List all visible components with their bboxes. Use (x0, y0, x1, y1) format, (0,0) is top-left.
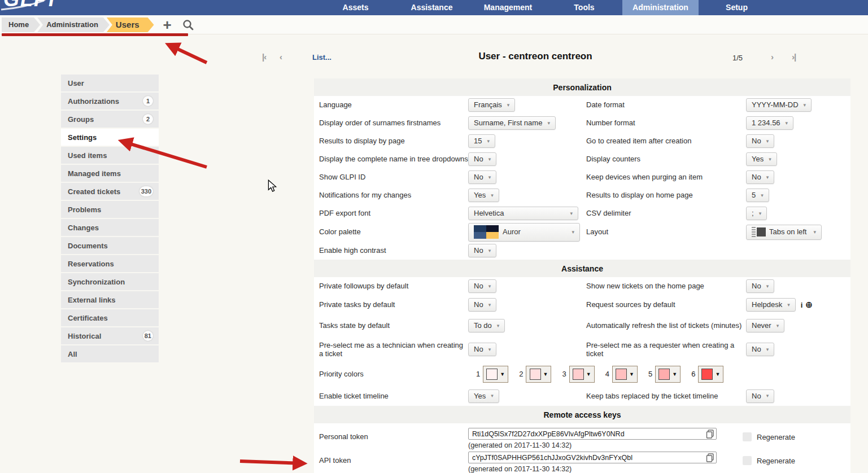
language-select[interactable]: Français▾ (468, 98, 515, 112)
auto-refresh-select[interactable]: Never▾ (746, 319, 784, 332)
preselect-requester-select[interactable]: No▾ (746, 343, 774, 356)
chevron-down-icon: ▾ (507, 102, 510, 108)
sidebar-item-used-items[interactable]: Used items (61, 147, 159, 164)
display-counters-select[interactable]: Yes▾ (746, 152, 777, 166)
name-order-select[interactable]: Surname, First name▾ (468, 116, 556, 130)
private-tasks-select[interactable]: No▾ (468, 298, 496, 312)
search-icon[interactable] (182, 19, 194, 31)
menu-management[interactable]: Management (470, 0, 546, 15)
preselect-technician-select[interactable]: No▾ (468, 343, 496, 356)
request-sources-select[interactable]: Helpdesk▾ (746, 298, 796, 312)
sidebar-item-documents[interactable]: Documents (61, 237, 159, 254)
sidebar-item-groups[interactable]: Groups2 (61, 111, 159, 128)
field-label-display-counters: Display counters (586, 155, 746, 163)
pager-position: 1/5 (732, 54, 743, 62)
keep-tabs-select[interactable]: No▾ (746, 389, 774, 403)
sidebar-item-historical[interactable]: Historical81 (61, 327, 159, 344)
add-icon[interactable]: + (163, 17, 172, 32)
chevron-down-icon: ▾ (759, 211, 762, 216)
copy-icon[interactable] (706, 430, 714, 441)
menu-assets[interactable]: Assets (317, 0, 394, 15)
date-format-select[interactable]: YYYY-MM-DD▾ (746, 98, 812, 112)
pdf-font-select[interactable]: Helvetica▾ (468, 207, 578, 220)
sidebar-item-external-links[interactable]: External links (61, 291, 159, 308)
pager-prev-button[interactable]: ‹ (280, 52, 282, 62)
sidebar-item-user[interactable]: User (61, 75, 159, 91)
pager-next-button[interactable]: › (771, 52, 773, 62)
sidebar-item-certificates[interactable]: Certificates (61, 309, 159, 326)
priority-1-color-select[interactable]: ▼ (483, 366, 508, 383)
priority-5-color-select[interactable]: ▼ (655, 366, 681, 383)
priority-6-color-select[interactable]: ▼ (698, 366, 723, 383)
priority-2-color-select[interactable]: ▼ (526, 366, 551, 383)
chevron-down-icon: ▾ (766, 174, 769, 180)
tabs-on-left-icon (752, 227, 766, 237)
chevron-down-icon: ▾ (769, 156, 771, 162)
pager-first-button[interactable]: |‹ (262, 52, 266, 62)
new-tickets-home-select[interactable]: No▾ (746, 279, 774, 293)
field-label-results-per-page: Results to display by page (314, 137, 468, 145)
info-icon[interactable]: i (801, 301, 803, 309)
breadcrumb: Home Administration Users + (2, 17, 194, 32)
results-per-page-select[interactable]: 15▾ (468, 134, 495, 148)
layout-select[interactable]: Tabs on left ▾ (746, 225, 822, 240)
content-area: |‹ ‹ List... User - centreon centreon 1/… (0, 34, 868, 473)
breadcrumb-home[interactable]: Home (2, 17, 40, 32)
breadcrumb-users[interactable]: Users (107, 17, 154, 32)
add-source-icon[interactable]: ⊕ (805, 300, 813, 310)
api-token-generated: (generated on 2017-11-30 14:32) (468, 465, 746, 473)
number-format-select[interactable]: 1 234.56▾ (746, 116, 793, 130)
sidebar-item-settings[interactable]: Settings (61, 129, 159, 146)
sidebar-item-changes[interactable]: Changes (61, 219, 159, 236)
count-badge: 330 (139, 186, 153, 196)
breadcrumb-administration[interactable]: Administration (37, 17, 110, 32)
breadcrumb-bar: Home Administration Users + (0, 15, 868, 34)
chevron-down-icon: ▾ (804, 102, 806, 108)
keep-devices-select[interactable]: No▾ (746, 170, 774, 184)
settings-form: Personalization LanguageFrançais▾Date fo… (314, 78, 850, 473)
menu-setup[interactable]: Setup (699, 0, 775, 15)
field-label-ticket-timeline: Enable ticket timeline (314, 392, 468, 400)
results-home-select[interactable]: 5▾ (746, 189, 769, 202)
chevron-down-icon: ▾ (491, 393, 494, 398)
copy-icon[interactable] (706, 453, 714, 465)
chevron-down-icon: ▾ (777, 323, 779, 329)
sidebar-item-created-tickets[interactable]: Created tickets330 (61, 183, 159, 200)
chevron-down-icon: ▾ (761, 192, 764, 198)
show-glpi-id-select[interactable]: No▾ (468, 170, 496, 184)
menu-tools[interactable]: Tools (546, 0, 622, 15)
field-label-tree-dropdowns: Display the complete name in tree dropdo… (314, 155, 468, 163)
list-link[interactable]: List... (312, 53, 332, 62)
tree-dropdowns-select[interactable]: No▾ (468, 152, 496, 166)
menu-administration[interactable]: Administration (622, 0, 699, 15)
field-label-private-tasks: Private tasks by default (314, 300, 468, 309)
field-label-language: Language (314, 100, 468, 109)
sidebar-item-all[interactable]: All (61, 345, 159, 362)
menu-assistance[interactable]: Assistance (394, 0, 470, 15)
sidebar-item-reservations[interactable]: Reservations (61, 255, 159, 272)
private-followups-select[interactable]: No▾ (468, 279, 496, 293)
go-to-created-select[interactable]: No▾ (746, 134, 774, 148)
field-label-preselect-technician: Pre-select me as a technician when creat… (314, 341, 468, 358)
csv-delimiter-select[interactable]: ;▾ (746, 207, 767, 220)
high-contrast-select[interactable]: No▾ (468, 244, 496, 257)
field-label-go-to-created: Go to created item after creation (586, 137, 746, 145)
api-token-input[interactable] (468, 452, 717, 463)
ticket-timeline-select[interactable]: Yes▾ (468, 389, 499, 403)
priority-3-color-select[interactable]: ▼ (569, 366, 595, 383)
chevron-down-icon: ▾ (813, 229, 816, 235)
color-palette-select[interactable]: Auror ▾ (468, 223, 580, 242)
sidebar-item-managed-items[interactable]: Managed items (61, 165, 159, 182)
sidebar-item-problems[interactable]: Problems (61, 201, 159, 218)
sidebar-item-synchronization[interactable]: Synchronization (61, 273, 159, 290)
regenerate-personal-token-checkbox[interactable] (743, 432, 752, 441)
field-label-personal-token: Personal token (314, 423, 468, 441)
notifications-select[interactable]: Yes▾ (468, 189, 499, 202)
priority-4-color-select[interactable]: ▼ (612, 366, 638, 383)
regenerate-label: Regenerate (757, 457, 795, 465)
regenerate-api-token-checkbox[interactable] (743, 456, 752, 465)
pager-last-button[interactable]: ›| (792, 52, 796, 62)
sidebar-item-authorizations[interactable]: Authorizations1 (61, 93, 159, 110)
personal-token-input[interactable] (468, 428, 717, 440)
tasks-state-select[interactable]: To do▾ (468, 319, 505, 332)
